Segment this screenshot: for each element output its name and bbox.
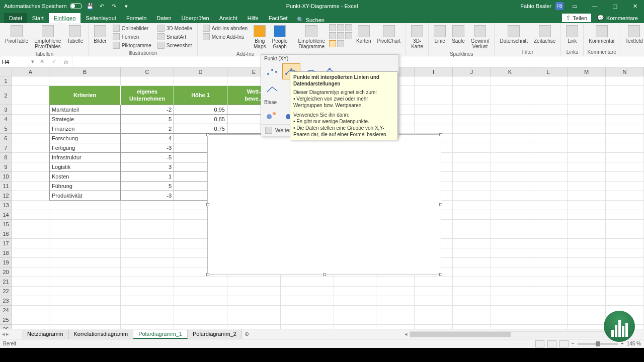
cell[interactable] bbox=[453, 105, 491, 115]
slicer-button[interactable]: Datenschnitt bbox=[498, 24, 530, 45]
cell[interactable] bbox=[529, 182, 568, 191]
row-header[interactable]: 3 bbox=[0, 105, 12, 115]
link-button[interactable]: Link bbox=[564, 24, 580, 45]
cell[interactable] bbox=[281, 306, 334, 315]
enter-icon[interactable]: ✓ bbox=[48, 56, 60, 67]
cell[interactable]: -2 bbox=[121, 105, 174, 115]
cell[interactable] bbox=[174, 315, 227, 325]
row-header[interactable]: 21 bbox=[0, 277, 12, 287]
people-graph-button[interactable]: People Graph bbox=[270, 24, 289, 50]
cell[interactable]: Logistik bbox=[49, 162, 121, 172]
cell[interactable] bbox=[529, 86, 568, 105]
tab-pagelayout[interactable]: Seitenlayout bbox=[80, 13, 121, 23]
3d-map-button[interactable]: 3D- Karte bbox=[409, 24, 425, 50]
cell[interactable] bbox=[606, 201, 644, 210]
cell[interactable] bbox=[121, 229, 174, 239]
cell[interactable] bbox=[491, 267, 529, 277]
cell[interactable]: 0,95 bbox=[174, 105, 227, 115]
cell[interactable] bbox=[491, 191, 529, 201]
cell[interactable] bbox=[529, 124, 568, 134]
cell[interactable] bbox=[491, 182, 529, 191]
cell[interactable] bbox=[12, 105, 49, 115]
cell[interactable] bbox=[491, 287, 529, 296]
cell[interactable] bbox=[49, 296, 121, 306]
row-header[interactable]: 7 bbox=[0, 143, 12, 153]
cell[interactable] bbox=[49, 258, 121, 267]
cell[interactable] bbox=[453, 182, 491, 191]
cell[interactable] bbox=[281, 296, 334, 306]
cell[interactable] bbox=[121, 287, 174, 296]
share-button[interactable]: ⇪Teilen bbox=[562, 14, 591, 22]
cell[interactable] bbox=[121, 277, 174, 287]
cell[interactable]: 0,75 bbox=[174, 124, 227, 134]
row-header[interactable]: 22 bbox=[0, 287, 12, 296]
cell[interactable] bbox=[606, 229, 644, 239]
cell[interactable] bbox=[491, 201, 529, 210]
cell[interactable] bbox=[491, 134, 529, 143]
pivotchart-button[interactable]: PivotChart bbox=[375, 24, 403, 45]
cell[interactable] bbox=[453, 325, 491, 329]
column-header[interactable]: A bbox=[12, 67, 49, 76]
cell[interactable] bbox=[415, 306, 453, 315]
row-header[interactable]: 19 bbox=[0, 258, 12, 267]
cell[interactable] bbox=[174, 76, 227, 86]
cell[interactable] bbox=[606, 124, 644, 134]
cell[interactable] bbox=[12, 86, 49, 105]
cell[interactable] bbox=[529, 267, 568, 277]
scatter-points-option[interactable] bbox=[263, 63, 281, 79]
cell[interactable]: 0,85 bbox=[174, 115, 227, 124]
cell[interactable] bbox=[12, 248, 49, 258]
cell[interactable] bbox=[334, 315, 376, 325]
cell[interactable] bbox=[174, 287, 227, 296]
cell[interactable] bbox=[49, 315, 121, 325]
bing-maps-button[interactable]: Bing Maps bbox=[252, 24, 268, 50]
cell[interactable] bbox=[121, 201, 174, 210]
cell[interactable] bbox=[529, 210, 568, 220]
cell[interactable] bbox=[12, 134, 49, 143]
cell[interactable] bbox=[491, 239, 529, 248]
cell[interactable] bbox=[568, 86, 606, 105]
row-header[interactable]: 5 bbox=[0, 124, 12, 134]
cell[interactable]: -3 bbox=[121, 191, 174, 201]
online-pictures-button[interactable]: Onlinebilder bbox=[111, 24, 153, 32]
cell[interactable] bbox=[121, 210, 174, 220]
user-avatar[interactable]: FB bbox=[555, 2, 564, 10]
cell[interactable] bbox=[529, 248, 568, 258]
cell[interactable] bbox=[529, 153, 568, 162]
chart-object[interactable] bbox=[207, 134, 441, 275]
cell[interactable] bbox=[606, 153, 644, 162]
cell[interactable] bbox=[568, 115, 606, 124]
cell[interactable] bbox=[12, 201, 49, 210]
row-header[interactable]: 10 bbox=[0, 172, 12, 182]
cell[interactable] bbox=[376, 306, 415, 315]
tab-insert[interactable]: Einfügen bbox=[49, 13, 80, 23]
sparkline-line-button[interactable]: Linie bbox=[432, 24, 448, 45]
cell[interactable] bbox=[529, 239, 568, 248]
cell[interactable]: 3 bbox=[121, 162, 174, 172]
cell[interactable] bbox=[606, 162, 644, 172]
cell[interactable] bbox=[606, 76, 644, 86]
row-header[interactable]: 20 bbox=[0, 267, 12, 277]
cell[interactable] bbox=[121, 239, 174, 248]
cell[interactable] bbox=[606, 105, 644, 115]
cell[interactable] bbox=[529, 105, 568, 115]
cell[interactable] bbox=[453, 267, 491, 277]
cell[interactable] bbox=[453, 277, 491, 287]
cell[interactable] bbox=[568, 258, 606, 267]
cell[interactable] bbox=[12, 220, 49, 229]
cell[interactable] bbox=[606, 134, 644, 143]
cell[interactable] bbox=[12, 315, 49, 325]
cell[interactable] bbox=[606, 248, 644, 258]
cell[interactable]: -5 bbox=[121, 153, 174, 162]
cell[interactable]: Infrastruktur bbox=[49, 153, 121, 162]
cell[interactable] bbox=[121, 76, 174, 86]
row-header[interactable]: 4 bbox=[0, 115, 12, 124]
ribbon-options-icon[interactable]: ▭ bbox=[566, 0, 584, 12]
horizontal-scrollbar[interactable]: ◂ ▸ bbox=[403, 331, 634, 338]
cell[interactable] bbox=[568, 105, 606, 115]
cell[interactable] bbox=[568, 201, 606, 210]
cell[interactable] bbox=[334, 287, 376, 296]
column-header[interactable]: D bbox=[174, 67, 227, 76]
save-icon[interactable]: 💾 bbox=[86, 2, 94, 10]
cell[interactable] bbox=[606, 267, 644, 277]
